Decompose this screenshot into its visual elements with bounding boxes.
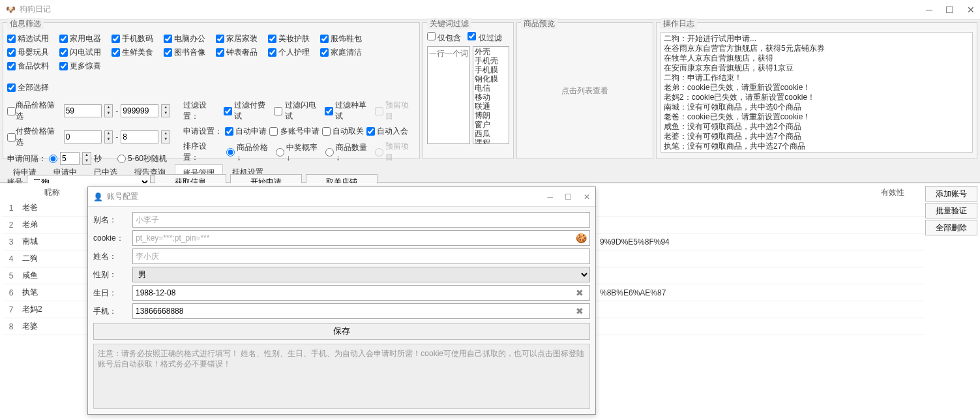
- info-filter-title: 信息筛选: [7, 18, 44, 29]
- alias-input[interactable]: [132, 212, 590, 228]
- keyword-filter-panel: 关键词过滤 仅包含 仅过滤 外壳手机壳手机膜钢化膜电信移动联通博朗窗户西瓜课程网…: [423, 22, 514, 159]
- category-checkbox[interactable]: 精选试用: [7, 33, 59, 44]
- keyword-item[interactable]: 手机壳: [473, 56, 509, 65]
- account-config-dialog: 👤 账号配置 ─ ☐ ✕ 别名： cookie：🍪 姓名： 性别：男 生日：✖ …: [87, 187, 596, 415]
- auto-apply-checkbox[interactable]: 自动申请: [225, 126, 267, 137]
- category-checkbox[interactable]: 家用电器: [59, 33, 111, 44]
- save-button[interactable]: 保存: [93, 323, 590, 340]
- delete-all-button[interactable]: 全部删除: [925, 220, 977, 235]
- interval-fixed-radio[interactable]: [49, 155, 57, 163]
- pay-max-spinner[interactable]: ▲▼: [161, 130, 170, 143]
- info-filter-panel: 信息筛选 精选试用家用电器手机数码电脑办公家居家装美妆护肤服饰鞋包母婴玩具闪电试…: [3, 22, 420, 159]
- pay-filter-checkbox[interactable]: 付费价格筛选: [7, 126, 61, 148]
- keyword-item[interactable]: 课程: [473, 138, 509, 144]
- auto-close-checkbox[interactable]: 自动取关: [322, 126, 364, 137]
- sort-prob-radio[interactable]: 中奖概率↓: [276, 142, 320, 162]
- category-checkbox[interactable]: 家居家装: [216, 33, 268, 44]
- sort-price-radio[interactable]: 商品价格↓: [226, 142, 271, 162]
- name-input[interactable]: [132, 248, 590, 264]
- col-nick: 昵称: [20, 187, 85, 198]
- keyword-item[interactable]: 手机膜: [473, 65, 509, 74]
- cookie-icon[interactable]: 🍪: [576, 233, 586, 243]
- price-max-input[interactable]: [121, 104, 158, 117]
- filter-seed-checkbox[interactable]: 过滤种草试: [325, 100, 372, 122]
- keyword-item[interactable]: 电信: [473, 83, 509, 93]
- category-checkbox[interactable]: 个人护理: [268, 47, 320, 58]
- category-checkbox[interactable]: 电脑办公: [164, 33, 216, 44]
- dialog-minimize-icon[interactable]: ─: [547, 192, 553, 202]
- keyword-input[interactable]: [427, 46, 470, 144]
- col-valid: 有效性: [860, 187, 925, 198]
- category-checkbox[interactable]: 生鲜美食: [111, 47, 164, 58]
- phone-input[interactable]: [132, 303, 590, 319]
- keyword-list[interactable]: 外壳手机壳手机膜钢化膜电信移动联通博朗窗户西瓜课程网课培训: [473, 46, 509, 144]
- log-title: 操作日志: [661, 18, 697, 29]
- minimize-icon[interactable]: ─: [926, 5, 932, 15]
- only-filter-checkbox[interactable]: 仅过滤: [468, 32, 501, 44]
- category-checkbox[interactable]: 母婴玩具: [7, 47, 59, 58]
- category-checkbox[interactable]: 家庭清洁: [320, 47, 372, 58]
- reserve2-radio: 预留项目: [375, 141, 415, 163]
- pay-min-input[interactable]: [64, 130, 102, 143]
- log-body[interactable]: 二狗：开始进行试用申请...在谷雨京东自营官方旗舰店，获得5元店铺东券在牧羊人京…: [661, 32, 973, 153]
- price-min-input[interactable]: [64, 104, 102, 117]
- titlebar: 🐶 狗狗日记 ─ ☐ ✕: [0, 0, 980, 20]
- pay-min-spinner[interactable]: ▲▼: [104, 130, 113, 143]
- category-checkbox[interactable]: 美妆护肤: [268, 33, 320, 44]
- user-icon: 👤: [93, 192, 103, 202]
- price-min-spinner[interactable]: ▲▼: [104, 104, 113, 117]
- auto-join-checkbox[interactable]: 自动入会: [366, 126, 408, 137]
- keyword-title: 关键词过滤: [427, 18, 471, 29]
- keyword-item[interactable]: 联通: [473, 102, 509, 111]
- keyword-item[interactable]: 外壳: [473, 47, 509, 56]
- app-title: 狗狗日记: [20, 4, 926, 15]
- dialog-maximize-icon[interactable]: ☐: [565, 192, 572, 202]
- clear-phone-icon[interactable]: ✖: [576, 306, 586, 316]
- keyword-item[interactable]: 西瓜: [473, 129, 509, 138]
- category-checkbox[interactable]: 更多惊喜: [59, 61, 111, 72]
- clear-birth-icon[interactable]: ✖: [576, 288, 586, 298]
- price-filter-checkbox[interactable]: 商品价格筛选: [7, 100, 61, 122]
- pay-max-input[interactable]: [121, 130, 158, 143]
- keyword-item[interactable]: 钢化膜: [473, 74, 509, 83]
- close-icon[interactable]: ✕: [967, 5, 975, 15]
- category-checkbox[interactable]: 钟表奢品: [216, 47, 268, 58]
- category-checkbox[interactable]: 手机数码: [111, 33, 164, 44]
- cookie-input[interactable]: [132, 230, 590, 246]
- maximize-icon[interactable]: ☐: [945, 5, 954, 15]
- add-account-button[interactable]: 添加账号: [925, 186, 977, 202]
- interval-spinner[interactable]: ▲▼: [82, 152, 91, 165]
- reserve1-checkbox: 预留项目: [375, 100, 415, 122]
- birth-input[interactable]: [132, 285, 590, 301]
- interval-input[interactable]: [60, 152, 80, 165]
- dialog-title: 账号配置: [107, 191, 547, 202]
- app-icon: 🐶: [5, 5, 16, 15]
- multi-apply-checkbox[interactable]: 多账号申请: [269, 126, 319, 137]
- dialog-close-icon[interactable]: ✕: [584, 192, 590, 202]
- gender-select[interactable]: 男: [132, 267, 590, 282]
- category-checkbox[interactable]: 闪电试用: [59, 47, 111, 58]
- verify-button[interactable]: 批量验证: [925, 203, 977, 218]
- category-checkbox[interactable]: 食品饮料: [7, 61, 59, 72]
- filter-pay-checkbox[interactable]: 过滤付费试: [224, 100, 271, 122]
- log-panel: 操作日志 二狗：开始进行试用申请...在谷雨京东自营官方旗舰店，获得5元店铺东券…: [656, 22, 977, 159]
- sort-qty-radio[interactable]: 商品数量↓: [325, 142, 370, 162]
- category-checkbox[interactable]: 图书音像: [164, 47, 216, 58]
- keyword-item[interactable]: 博朗: [473, 111, 509, 120]
- dialog-note: 注意：请务必按照正确的格式进行填写！ 姓名、性别、生日、手机、为自动入会申请时所…: [93, 344, 590, 409]
- category-checkbox[interactable]: 服饰鞋包: [320, 33, 372, 44]
- product-preview-panel: 商品预览 点击列表查看: [516, 22, 653, 159]
- only-contain-checkbox[interactable]: 仅包含: [427, 32, 461, 44]
- keyword-item[interactable]: 窗户: [473, 120, 509, 129]
- keyword-item[interactable]: 移动: [473, 93, 509, 102]
- price-max-spinner[interactable]: ▲▼: [161, 104, 170, 117]
- filter-flash-checkbox[interactable]: 过滤闪电试: [274, 100, 321, 122]
- preview-title: 商品预览: [521, 18, 557, 29]
- interval-label: 申请间隔：: [7, 153, 46, 164]
- preview-text: 点击列表查看: [521, 25, 649, 156]
- interval-random-radio[interactable]: 5-60秒随机: [117, 153, 167, 164]
- all-select-checkbox[interactable]: 全部选择: [7, 82, 59, 93]
